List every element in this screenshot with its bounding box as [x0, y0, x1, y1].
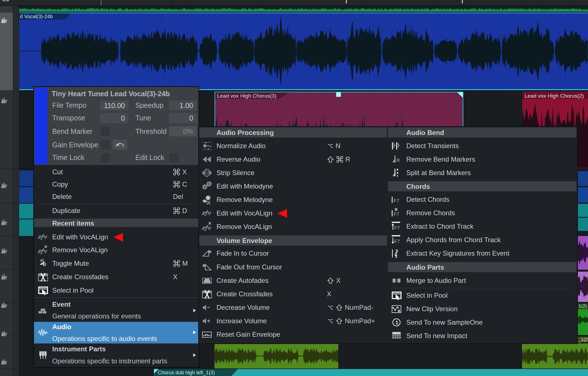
svg-text:F7: F7: [394, 239, 400, 244]
svg-text:F7: F7: [394, 212, 399, 217]
svg-text:F7: F7: [394, 198, 399, 203]
svg-text:1: 1: [395, 320, 398, 325]
svg-text:F7: F7: [394, 225, 400, 231]
